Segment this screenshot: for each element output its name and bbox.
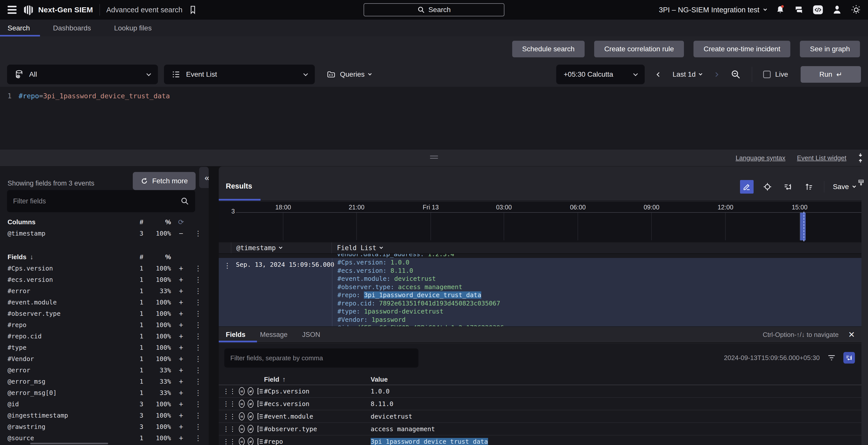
row-menu-icon[interactable] — [191, 434, 205, 442]
filter-not-equals-icon[interactable]: ≠ — [248, 400, 253, 408]
row-menu-icon[interactable]: ⋮ — [223, 387, 236, 395]
api-code-icon[interactable] — [813, 5, 823, 15]
filter-not-equals-icon[interactable]: ≠ — [248, 438, 253, 445]
row-menu-icon[interactable] — [191, 276, 205, 284]
results-tab[interactable]: Results — [226, 182, 252, 190]
row-menu-icon[interactable]: ⋮ — [223, 400, 236, 408]
add-column-button[interactable]: + — [171, 400, 191, 409]
filter-not-equals-icon[interactable]: ≠ — [248, 425, 253, 433]
language-syntax-link[interactable]: Language syntax — [736, 154, 785, 162]
action-button[interactable]: See in graph — [800, 41, 860, 57]
add-column-button[interactable]: + — [171, 321, 191, 329]
close-icon[interactable]: ✕ — [848, 330, 855, 339]
action-button[interactable]: Create correlation rule — [594, 41, 684, 57]
event-list-widget-link[interactable]: Event List widget — [797, 154, 846, 162]
field-row[interactable]: @error_msg[0] 1 33% + — [0, 387, 209, 399]
time-shift-back-button[interactable] — [657, 73, 660, 76]
table-row[interactable]: ⋮ = ≠ #ecs.version — [219, 398, 862, 410]
row-menu-icon[interactable]: ⋮ — [224, 261, 231, 270]
view-scope-select[interactable]: All — [7, 65, 158, 84]
fieldlist-column-header[interactable]: Field List — [332, 242, 862, 253]
wrap-values-toggle-button[interactable] — [843, 352, 855, 363]
add-column-button[interactable]: + — [171, 298, 191, 307]
clipped-previous-event-row[interactable]: vendor.data.ip_address: 1.2.3.4 — [219, 254, 862, 258]
field-row[interactable]: #type 1 100% + — [0, 342, 209, 353]
row-menu-icon[interactable] — [191, 389, 205, 397]
add-column-button[interactable]: + — [171, 264, 191, 273]
line-wrap-button[interactable] — [781, 180, 795, 194]
live-toggle[interactable]: Live — [763, 70, 788, 78]
field-row[interactable]: @source 1 100% + — [0, 433, 209, 444]
page-tab[interactable]: Lookup files — [114, 20, 152, 36]
add-column-button[interactable]: + — [171, 423, 191, 431]
filter-equals-icon[interactable]: = — [239, 438, 245, 445]
splitter-drag-handle[interactable] — [430, 156, 438, 159]
add-column-button[interactable]: + — [171, 310, 191, 318]
field-row[interactable]: #error 1 33% + — [0, 285, 209, 297]
row-menu-icon[interactable] — [191, 400, 205, 408]
grouped-list-icon[interactable] — [256, 387, 264, 395]
add-column-button[interactable]: + — [171, 355, 191, 363]
filter-icon[interactable] — [827, 354, 836, 361]
page-tab[interactable]: Dashboards — [53, 20, 91, 36]
add-column-button[interactable]: + — [171, 287, 191, 295]
messages-icon[interactable] — [794, 5, 804, 14]
field-row[interactable]: @rawstring 3 100% + — [0, 421, 209, 433]
filter-not-equals-icon[interactable]: ≠ — [248, 387, 253, 395]
filter-equals-icon[interactable]: = — [239, 387, 245, 395]
row-menu-icon[interactable] — [191, 321, 205, 329]
row-menu-icon[interactable] — [191, 343, 205, 352]
row-menu-icon[interactable] — [191, 264, 205, 273]
notifications-bell-icon[interactable] — [775, 4, 785, 15]
inspector-filter-input[interactable] — [230, 354, 412, 362]
timestamp-column-header[interactable]: @timestamp — [231, 242, 332, 253]
grouped-list-icon[interactable] — [256, 413, 264, 420]
add-column-button[interactable]: + — [171, 332, 191, 341]
grouped-list-icon[interactable] — [256, 425, 264, 433]
column-row[interactable]: @timestamp 3 100% − — [0, 228, 209, 239]
timezone-select[interactable]: +05:30 Calcutta — [556, 65, 645, 84]
field-row[interactable]: @id 3 100% + — [0, 399, 209, 410]
row-menu-icon[interactable]: ⋮ — [223, 438, 236, 445]
row-menu-icon[interactable] — [191, 229, 205, 237]
add-column-button[interactable]: + — [171, 377, 191, 386]
row-menu-icon[interactable] — [191, 298, 205, 307]
collapse-fields-panel-button[interactable]: « — [199, 167, 209, 188]
field-row[interactable]: #repo.cid 1 100% + — [0, 330, 209, 342]
field-row[interactable]: @error_msg 1 33% + — [0, 376, 209, 387]
inspector-tab[interactable]: Message — [260, 327, 288, 342]
fetch-more-button[interactable]: Fetch more — [133, 172, 196, 190]
filter-equals-icon[interactable]: = — [239, 425, 245, 433]
add-column-button[interactable]: + — [171, 389, 191, 397]
hamburger-menu-icon[interactable] — [7, 6, 17, 14]
row-menu-icon[interactable]: ⋮ — [223, 413, 236, 420]
fields-filter-input[interactable] — [13, 197, 181, 205]
row-menu-icon[interactable] — [191, 411, 205, 420]
grouped-list-icon[interactable] — [256, 438, 264, 445]
filter-equals-icon[interactable]: = — [239, 412, 245, 420]
field-row[interactable]: @ingesttimestamp 3 100% + — [0, 410, 209, 421]
remove-column-button[interactable]: − — [171, 229, 191, 238]
annotate-pencil-button[interactable] — [740, 180, 753, 194]
queries-menu-button[interactable]: Queries — [327, 70, 371, 79]
event-histogram[interactable]: 3 18:00 21:00 Fri 13 03:00 — [219, 202, 862, 242]
table-row[interactable]: ⋮ = ≠ #repo 3pi — [219, 436, 862, 445]
field-row[interactable]: #Cps.version 1 100% + — [0, 263, 209, 274]
row-menu-icon[interactable] — [191, 377, 205, 386]
query-editor[interactable]: 1 #repo=3pi_1password_device_trust_data — [0, 87, 868, 150]
row-menu-icon[interactable] — [191, 310, 205, 318]
user-profile-icon[interactable] — [832, 5, 842, 15]
table-row[interactable]: ⋮ = ≠ #observer.type — [219, 423, 862, 436]
action-button[interactable]: Schedule search — [512, 41, 585, 57]
row-menu-icon[interactable] — [191, 355, 205, 363]
field-row[interactable]: #ecs.version 1 100% + — [0, 274, 209, 285]
row-menu-icon[interactable] — [191, 332, 205, 341]
live-checkbox[interactable] — [763, 71, 771, 78]
row-menu-icon[interactable]: ⋮ — [223, 425, 236, 433]
inspector-tab[interactable]: JSON — [302, 327, 320, 342]
format-paintbrush-icon[interactable] — [857, 179, 866, 188]
horizontal-scrollbar[interactable] — [30, 443, 108, 444]
field-row[interactable]: #event.module 1 100% + — [0, 297, 209, 308]
row-menu-icon[interactable] — [191, 366, 205, 374]
filter-not-equals-icon[interactable]: ≠ — [248, 412, 253, 420]
